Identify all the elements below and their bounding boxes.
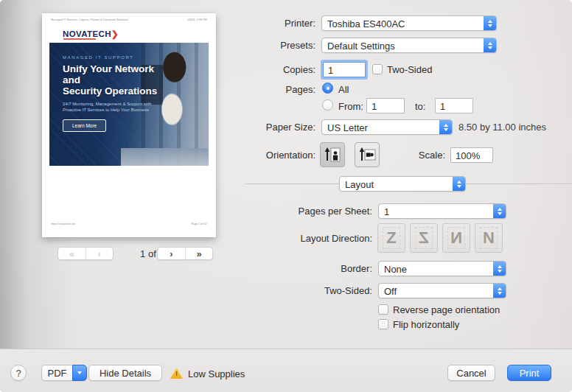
hero-image: MANAGED IT SUPPORT Unify Your Network an… — [49, 43, 209, 166]
copies-input[interactable]: 1 — [323, 62, 366, 77]
pages-range-radio[interactable] — [322, 99, 333, 111]
scale-label: Scale: — [383, 150, 445, 161]
pdf-label: PDF — [41, 365, 72, 381]
hero-title: Unify Your Network and Security Operatio… — [63, 63, 173, 97]
stepper-chevrons-icon — [493, 284, 506, 298]
previous-page-button[interactable]: ‹ — [86, 248, 113, 259]
reverse-page-orientation-checkbox[interactable] — [378, 304, 388, 315]
pager-forward-control: › » — [157, 247, 213, 260]
reverse-page-orientation-label: Reverse page orientation — [393, 304, 500, 315]
orientation-portrait-button[interactable] — [320, 142, 345, 167]
logo-tagline — [63, 38, 96, 40]
layout-direction-reverse-n-button[interactable]: N — [442, 223, 470, 253]
layout-direction-z-button[interactable]: Z — [377, 223, 405, 253]
scale-input[interactable]: 100% — [450, 147, 493, 163]
paper-size-dimensions: 8.50 by 11.00 inches — [458, 122, 546, 133]
stepper-chevrons-icon — [484, 38, 496, 52]
pager-back-control: « ‹ — [57, 247, 114, 260]
hero-body: 24/7 Monitoring, Management & Support wi… — [63, 101, 173, 113]
print-button[interactable]: Print — [507, 365, 551, 381]
portrait-orientation-icon — [323, 145, 342, 164]
hero-eyebrow: MANAGED IT SUPPORT — [63, 55, 173, 60]
to-label: to: — [415, 101, 425, 112]
two-sided-dropdown[interactable]: Off — [378, 283, 506, 298]
two-sided-select-label: Two-Sided: — [236, 285, 372, 296]
stepper-chevrons-icon — [493, 204, 506, 218]
paper-size-label: Paper Size: — [184, 122, 315, 133]
orientation-label: Orientation: — [184, 150, 315, 161]
reverse-z-direction-icon: Z — [419, 230, 428, 246]
from-label: From: — [338, 101, 363, 112]
to-input[interactable]: 1 — [435, 98, 473, 113]
copies-label: Copies: — [184, 64, 315, 75]
orientation-landscape-button[interactable] — [355, 142, 380, 167]
border-label: Border: — [236, 263, 372, 274]
layout-direction-reverse-z-button[interactable]: Z — [410, 223, 438, 253]
border-dropdown[interactable]: None — [378, 261, 506, 276]
pages-all-label: All — [338, 84, 349, 95]
presets-label: Presets: — [184, 40, 315, 51]
doc-footer-page: Page 1 of 10 — [191, 223, 207, 225]
pdf-menu-button[interactable]: PDF — [41, 365, 87, 381]
learn-more-button: Learn More — [63, 119, 106, 132]
paper-size-dropdown[interactable]: US Letter — [321, 119, 453, 135]
two-sided-checkbox[interactable] — [372, 64, 383, 74]
last-page-button[interactable]: » — [185, 248, 212, 259]
layout-direction-label: Layout Direction: — [236, 233, 372, 244]
cancel-button[interactable]: Cancel — [447, 365, 495, 381]
help-button[interactable]: ? — [10, 365, 27, 381]
pages-per-sheet-dropdown[interactable]: 1 — [378, 203, 506, 219]
landscape-orientation-icon — [358, 145, 377, 164]
stepper-chevrons-icon — [439, 120, 452, 134]
printer-dropdown[interactable]: Toshiba ES400AC — [321, 15, 497, 31]
hide-details-button[interactable]: Hide Details — [88, 365, 162, 381]
novatech-logo: NOVATECH❯ — [63, 29, 119, 39]
stepper-chevrons-icon — [484, 16, 496, 30]
pages-all-radio[interactable] — [322, 83, 333, 94]
flip-horizontally-label: Flip horizontally — [393, 319, 459, 330]
print-dialog: Managed IT Services, Copiers, Printers &… — [0, 0, 572, 392]
two-sided-checkbox-label: Two-Sided — [387, 64, 432, 75]
pane-selector-dropdown[interactable]: Layout — [339, 176, 466, 192]
stepper-chevrons-icon — [453, 177, 465, 191]
stepper-chevrons-icon — [493, 262, 506, 276]
flip-horizontally-checkbox[interactable] — [378, 319, 388, 329]
first-page-button[interactable]: « — [58, 248, 86, 259]
z-direction-icon: Z — [386, 230, 396, 246]
printer-label: Printer: — [184, 18, 315, 29]
pages-label: Pages: — [184, 84, 315, 95]
low-supplies-status: Low Supplies — [188, 368, 245, 379]
pages-per-sheet-label: Pages per Sheet: — [236, 206, 372, 217]
chevron-down-icon — [72, 365, 87, 381]
layout-direction-n-button[interactable]: N — [475, 223, 503, 253]
doc-header-left: Managed IT Services, Copiers, Printers &… — [51, 18, 128, 21]
from-input[interactable]: 1 — [366, 98, 405, 113]
logo-chevron-icon: ❯ — [111, 29, 119, 38]
presets-dropdown[interactable]: Default Settings — [321, 38, 497, 53]
reverse-n-direction-icon: N — [450, 230, 462, 246]
doc-footer-url: https://novatech.net — [51, 223, 75, 225]
next-page-button[interactable]: › — [158, 248, 185, 259]
n-direction-icon: N — [483, 230, 495, 246]
